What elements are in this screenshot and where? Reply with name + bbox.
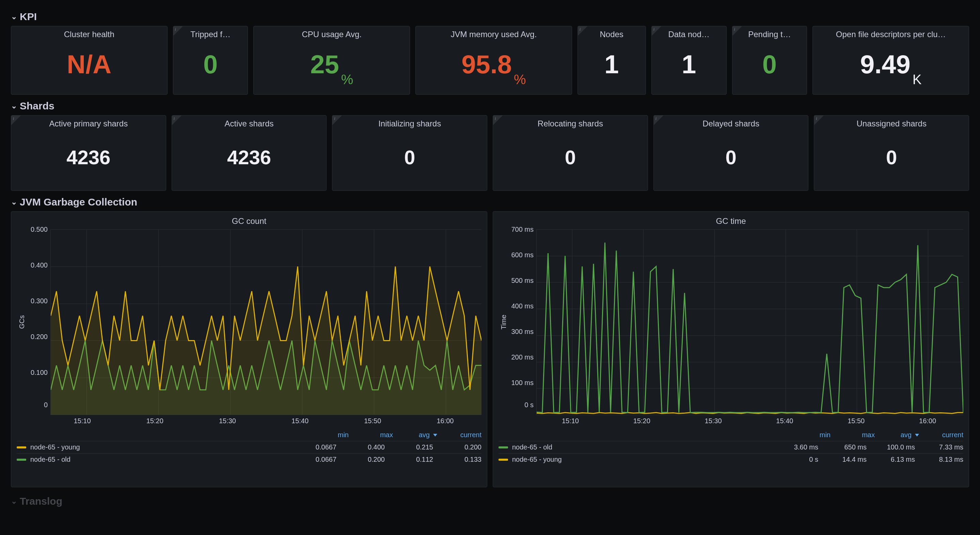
- panel-title: CPU usage Avg.: [254, 26, 410, 39]
- section-title: Shards: [20, 100, 54, 112]
- legend-series-name: node-65 - young: [512, 455, 770, 463]
- chart-legend: minmaxavgcurrentnode-65 - young0.06670.4…: [17, 431, 482, 465]
- y-tick: 500 ms: [509, 277, 534, 284]
- legend-value-max: 650 ms: [822, 443, 867, 451]
- x-tick: 15:40: [264, 417, 336, 425]
- shard-panel-initializing[interactable]: Initializing shards0: [332, 115, 487, 191]
- panel-title: Data nod…: [652, 26, 726, 39]
- shard-panel-active-primary[interactable]: Active primary shards4236: [11, 115, 166, 191]
- legend-header-avg[interactable]: avg: [875, 431, 919, 439]
- chart-title: GC time: [498, 214, 963, 229]
- legend-row[interactable]: node-65 - old0.06670.2000.1120.133: [17, 453, 482, 465]
- kpi-panel-data-nodes[interactable]: Data nod…1: [651, 26, 727, 95]
- legend-row[interactable]: node-65 - young0.06670.4000.2150.200: [17, 441, 482, 453]
- y-tick: 0 s: [509, 401, 534, 408]
- plot-area[interactable]: [50, 229, 482, 415]
- kpi-panel-cluster-health[interactable]: Cluster healthN/A: [11, 26, 167, 95]
- chart-panel-gc-time[interactable]: GC timeTime700 ms600 ms500 ms400 ms300 m…: [493, 211, 969, 487]
- chevron-down-icon: ⌄: [11, 498, 17, 505]
- plot-area[interactable]: [536, 229, 963, 415]
- panel-title: Open file descriptors per clu…: [813, 26, 969, 39]
- shard-panel-delayed[interactable]: Delayed shards0: [654, 115, 809, 191]
- info-corner-icon[interactable]: [493, 115, 503, 125]
- stat-value: 1: [652, 39, 726, 94]
- legend-header-avg[interactable]: avg: [393, 431, 437, 439]
- chevron-down-icon: ⌄: [11, 102, 17, 110]
- y-tick: 400 ms: [509, 303, 534, 310]
- section-title: Translog: [20, 495, 62, 507]
- svg-marker-1: [51, 267, 482, 415]
- legend-value-min: 3.60 ms: [774, 443, 818, 451]
- kpi-panel-open-fd[interactable]: Open file descriptors per clu…9.49K: [813, 26, 969, 95]
- legend-value-avg: 0.112: [389, 455, 433, 463]
- info-corner-icon[interactable]: [578, 26, 587, 36]
- panel-title: Cluster health: [11, 26, 167, 39]
- legend-header-current[interactable]: current: [437, 431, 482, 439]
- y-tick: 0.200: [27, 333, 48, 340]
- kpi-panel-jvm-mem[interactable]: JVM memory used Avg.95.8%: [415, 26, 572, 95]
- y-tick: 700 ms: [509, 226, 534, 233]
- x-tick: 15:50: [820, 417, 892, 425]
- chart-panel-gc-count[interactable]: GC countGCs0.5000.4000.3000.2000.100015:…: [11, 211, 487, 487]
- info-corner-icon[interactable]: [332, 115, 342, 125]
- kpi-panel-nodes[interactable]: Nodes1: [578, 26, 646, 95]
- panel-title: Unassigned shards: [814, 115, 969, 128]
- kpi-panel-cpu[interactable]: CPU usage Avg.25%: [253, 26, 410, 95]
- x-tick: 16:00: [892, 417, 963, 425]
- panel-title: JVM memory used Avg.: [416, 26, 572, 39]
- legend-header-max[interactable]: max: [349, 431, 393, 439]
- legend-value-current: 0.200: [437, 443, 482, 451]
- legend-series-name: node-65 - old: [512, 443, 770, 451]
- panel-title: Pending t…: [732, 26, 807, 39]
- info-corner-icon[interactable]: [172, 115, 181, 125]
- y-tick: 200 ms: [509, 354, 534, 361]
- section-header-kpi[interactable]: ⌄ KPI: [11, 11, 969, 22]
- panel-title: Relocating shards: [493, 115, 648, 128]
- legend-value-min: 0.0667: [292, 455, 336, 463]
- section-header-translog[interactable]: ⌄ Translog: [11, 495, 969, 507]
- stat-value: 0: [332, 128, 487, 190]
- legend-value-current: 8.13 ms: [919, 455, 963, 463]
- legend-header-min[interactable]: min: [304, 431, 349, 439]
- legend-row[interactable]: node-65 - old3.60 ms650 ms100.0 ms7.33 m…: [498, 441, 963, 453]
- info-corner-icon[interactable]: [11, 115, 21, 125]
- legend-row[interactable]: node-65 - young0 s14.4 ms6.13 ms8.13 ms: [498, 453, 963, 465]
- legend-header-max[interactable]: max: [830, 431, 875, 439]
- legend-header-min[interactable]: min: [786, 431, 830, 439]
- x-tick: 15:10: [46, 417, 118, 425]
- stat-value: 25%: [254, 39, 410, 94]
- legend-value-current: 0.133: [437, 455, 482, 463]
- shard-panel-unassigned[interactable]: Unassigned shards0: [814, 115, 969, 191]
- legend-value-current: 7.33 ms: [919, 443, 963, 451]
- stat-value: 95.8%: [416, 39, 572, 94]
- x-tick: 15:30: [678, 417, 749, 425]
- y-tick: 0.100: [27, 369, 48, 376]
- kpi-panel-tripped[interactable]: Tripped f…0: [173, 26, 248, 95]
- legend-header-current[interactable]: current: [919, 431, 963, 439]
- shard-panel-active[interactable]: Active shards4236: [172, 115, 327, 191]
- stat-value: 4236: [11, 128, 166, 190]
- info-corner-icon[interactable]: [814, 115, 824, 125]
- info-corner-icon[interactable]: [732, 26, 742, 36]
- info-corner-icon[interactable]: [654, 115, 663, 125]
- stat-unit: K: [913, 73, 922, 89]
- legend-value-max: 0.200: [340, 455, 385, 463]
- x-tick: 15:30: [191, 417, 264, 425]
- legend-series-name: node-65 - old: [30, 455, 288, 463]
- legend-swatch: [17, 459, 26, 461]
- y-axis-label: Time: [498, 229, 509, 415]
- shard-panel-relocating[interactable]: Relocating shards0: [493, 115, 648, 191]
- y-tick: 0.300: [27, 297, 48, 304]
- info-corner-icon[interactable]: [652, 26, 661, 36]
- section-header-jvm-gc[interactable]: ⌄ JVM Garbage Collection: [11, 196, 969, 208]
- x-tick: 15:40: [749, 417, 820, 425]
- stat-value: 9.49K: [813, 39, 969, 94]
- panel-title: Active shards: [172, 115, 326, 128]
- kpi-panel-pending[interactable]: Pending t…0: [732, 26, 807, 95]
- section-header-shards[interactable]: ⌄ Shards: [11, 100, 969, 112]
- chart-title: GC count: [17, 214, 482, 229]
- stat-unit: %: [514, 73, 526, 89]
- panel-title: Tripped f…: [173, 26, 248, 39]
- info-corner-icon[interactable]: [173, 26, 183, 36]
- x-tick: 15:10: [535, 417, 606, 425]
